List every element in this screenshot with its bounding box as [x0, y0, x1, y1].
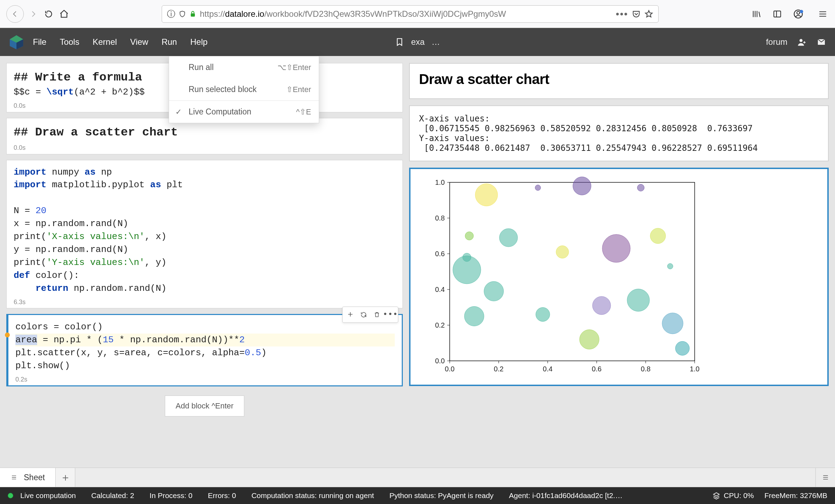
status-errors: Errors: 0: [208, 491, 236, 500]
cell-toolbar: ＋ •••: [342, 307, 398, 323]
svg-point-38: [464, 307, 484, 326]
share-user-icon[interactable]: [797, 37, 806, 47]
svg-point-47: [580, 330, 599, 349]
url-text: https://datalore.io/workbook/fVD23hQew3R…: [200, 9, 506, 19]
code-cell-imports[interactable]: import numpy as np import matplotlib.pyp…: [6, 160, 403, 309]
star-icon[interactable]: [644, 9, 653, 19]
code-cell-plot[interactable]: ＋ ••• colors = color() area = np.pi * (1…: [6, 314, 403, 386]
page-actions-ellipsis[interactable]: •••: [616, 8, 628, 20]
library-icon[interactable]: [750, 8, 762, 20]
sheet-options-button[interactable]: [815, 468, 835, 487]
output-pane: Draw a scatter chart X-axis values: [0.0…: [409, 56, 835, 468]
menu-run[interactable]: Run: [162, 36, 177, 48]
menu-help[interactable]: Help: [190, 36, 208, 48]
workspace: ## Write a formula $$c = \sqrt(a^2 + b^2…: [0, 56, 835, 468]
code-line: import numpy as np: [14, 166, 395, 179]
menu-view[interactable]: View: [130, 36, 148, 48]
svg-text:0.8: 0.8: [641, 365, 651, 373]
md-source-line: ## Draw a scatter chart: [14, 124, 395, 141]
output-heading: Draw a scatter chart: [419, 71, 819, 87]
add-sheet-button[interactable]: ＋: [56, 468, 75, 487]
sheet-tab-label: Sheet: [24, 473, 45, 482]
svg-point-46: [573, 177, 591, 195]
code-line: N = 20: [14, 204, 395, 217]
status-dot-icon: [8, 493, 13, 498]
forum-link[interactable]: forum: [766, 37, 787, 47]
sheet-tab[interactable]: Sheet: [0, 468, 56, 487]
rerun-cell-button[interactable]: [357, 308, 370, 321]
reload-button[interactable]: [43, 8, 55, 20]
status-comp: Computation status: running on agent: [251, 491, 374, 500]
run-menu-dropdown: Run all⌥⇧Enter Run selected block⇧Enter …: [169, 56, 319, 123]
svg-point-40: [475, 184, 498, 206]
status-agent: Agent: i-01fc1ad60d4daad2c [t2.…: [509, 491, 623, 500]
datalore-logo-icon: [8, 34, 24, 50]
run-all[interactable]: Run all⌥⇧Enter: [169, 56, 319, 78]
live-computation-toggle[interactable]: ✓ Live Computation^⇧E: [169, 100, 319, 123]
code-line: import matplotlib.pyplot as plt: [14, 178, 395, 191]
add-cell-button[interactable]: ＋: [344, 308, 357, 321]
cell-time: 6.3s: [14, 298, 395, 307]
bookmark-icon[interactable]: [395, 37, 404, 47]
status-calculated: Calculated: 2: [91, 491, 134, 500]
mail-icon[interactable]: [816, 38, 827, 46]
svg-point-5: [800, 10, 803, 13]
home-button[interactable]: [58, 8, 70, 20]
svg-point-41: [484, 281, 504, 301]
pocket-icon[interactable]: [632, 9, 641, 19]
svg-text:1.0: 1.0: [690, 365, 700, 373]
svg-point-54: [662, 313, 683, 334]
account-icon[interactable]: [792, 8, 804, 20]
status-inprocess: In Process: 0: [149, 491, 192, 500]
svg-point-51: [637, 184, 644, 191]
cell-time: 0.2s: [15, 375, 395, 384]
svg-point-55: [675, 341, 689, 355]
code-line: area = np.pi * (15 * np.random.rand(N))*…: [15, 334, 395, 346]
back-button[interactable]: [6, 5, 24, 23]
more-cell-button[interactable]: •••: [384, 308, 397, 321]
run-selected-block[interactable]: Run selected block⇧Enter: [169, 78, 319, 100]
menu-tools[interactable]: Tools: [60, 36, 79, 48]
markdown-cell-scatter-head[interactable]: ## Draw a scatter chart 0.0s: [6, 118, 403, 154]
svg-text:0.6: 0.6: [435, 250, 445, 258]
add-block-button[interactable]: Add block ^Enter: [165, 396, 245, 416]
svg-point-42: [499, 229, 518, 247]
status-live[interactable]: Live computation: [8, 491, 76, 500]
forward-button[interactable]: [27, 8, 39, 20]
code-line: def color():: [14, 269, 395, 282]
layers-icon: [713, 492, 720, 499]
shield-icon: [179, 10, 186, 18]
code-line: plt.scatter(x, y, s=area, c=colors, alph…: [15, 346, 395, 359]
svg-point-4: [797, 11, 800, 14]
refresh-icon: [360, 311, 367, 318]
menu-file[interactable]: File: [33, 36, 47, 48]
output-text-cell: X-axis values: [0.06715545 0.98256963 0.…: [409, 105, 829, 161]
output-heading-cell: Draw a scatter chart: [409, 63, 829, 99]
delete-cell-button[interactable]: [371, 308, 383, 321]
svg-text:0.2: 0.2: [435, 321, 445, 329]
lock-icon: [189, 10, 196, 18]
trash-icon: [374, 311, 380, 318]
arrow-right-icon: [29, 10, 37, 18]
sheet-tabs: Sheet ＋: [0, 468, 835, 487]
sheet-menu-icon[interactable]: [10, 475, 17, 480]
check-icon: ✓: [175, 107, 182, 117]
home-icon: [59, 9, 69, 19]
address-bar[interactable]: ⓘ https://datalore.io/workbook/fVD23hQew…: [162, 5, 659, 23]
code-line: [14, 191, 395, 204]
svg-point-43: [535, 185, 541, 190]
app-menubar: File Tools Kernel View Run Help exa … fo…: [0, 28, 835, 56]
arrow-left-icon: [11, 10, 19, 18]
menu-kernel[interactable]: Kernel: [93, 36, 117, 48]
svg-point-45: [556, 246, 569, 258]
status-python: Python status: PyAgent is ready: [390, 491, 494, 500]
app-menu-button[interactable]: [817, 8, 829, 20]
workbook-name[interactable]: exa: [411, 37, 425, 47]
status-bar: Live computation Calculated: 2 In Proces…: [0, 487, 835, 504]
svg-rect-11: [450, 182, 695, 361]
code-line: print('X-axis values:\n', x): [14, 230, 395, 243]
svg-text:0.4: 0.4: [543, 365, 553, 373]
sidebar-icon[interactable]: [771, 8, 783, 20]
svg-point-44: [536, 307, 550, 321]
cell-time: 0.0s: [14, 144, 395, 153]
